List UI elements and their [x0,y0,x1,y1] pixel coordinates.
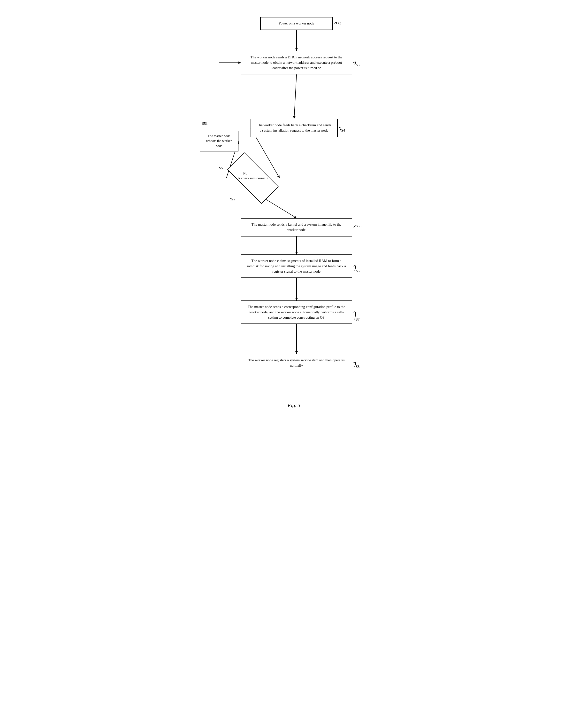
step-s7-box: The master node sends a corresponding co… [241,300,352,324]
diamond-wrapper: Is checksum correct? [226,165,280,191]
step-s50-label: S50 [356,224,361,228]
no-label: No [243,172,247,176]
full-diagram: Power on a worker node S2 The worker nod… [195,10,393,395]
step-s7-label: S7 [356,317,360,321]
yes-label: Yes [230,198,235,201]
step-s8-box: The worker node registers a system servi… [241,354,352,372]
step-s4-box: The worker node feeds back a checksum an… [251,119,338,137]
step-s8-text: The worker node registers a system servi… [241,354,352,372]
step-s4-text: The worker node feeds back a checksum an… [251,119,338,137]
step-s5-label: S5 [219,166,223,170]
step-s2-label: S2 [338,22,342,26]
step-s3-label: S3 [356,63,360,67]
step-s6-label: S6 [356,269,360,273]
step-s51-text: The master node reboots the worker node [200,131,239,152]
step-s7-text: The master node sends a corresponding co… [241,300,352,324]
step-s2-text: Power on a worker node [260,17,333,30]
figure-label: Fig. 3 [287,402,301,409]
step-s51-label: S51 [202,122,208,126]
step-s2-box: Power on a worker node [260,17,333,30]
step-s50-box: The master node sends a kernel and a sys… [241,218,352,236]
step-s8-label: S8 [356,365,360,369]
diagram-container: Power on a worker node S2 The worker nod… [195,10,393,409]
step-s3-box: The worker node sends a DHCP network add… [241,51,352,74]
step-s51-box: The master node reboots the worker node [200,131,239,152]
step-s50-text: The master node sends a kernel and a sys… [241,218,352,236]
step-s3-text: The worker node sends a DHCP network add… [241,51,352,74]
step-s6-text: The worker node claims segments of insta… [241,255,352,278]
step-s5-diamond: Is checksum correct? [226,165,280,191]
step-s6-box: The worker node claims segments of insta… [241,255,352,278]
step-s4-label: S4 [341,128,345,133]
